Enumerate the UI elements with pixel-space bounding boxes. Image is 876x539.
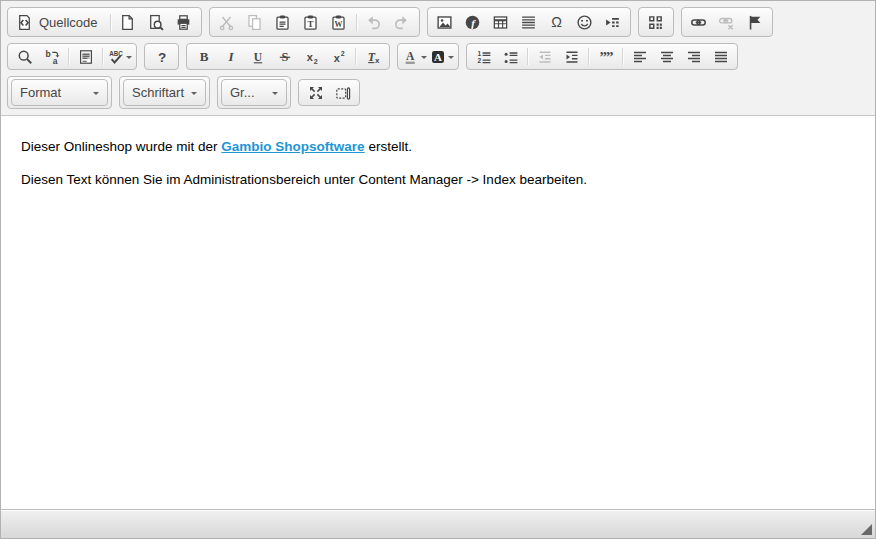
paste-icon: [274, 14, 291, 31]
showblocks-button[interactable]: [329, 82, 356, 103]
svg-text:x: x: [374, 55, 379, 64]
bgcolor-icon: A: [430, 49, 446, 65]
find-icon: [17, 49, 33, 65]
strike-button[interactable]: S: [271, 46, 298, 67]
format-combo[interactable]: Format: [11, 79, 108, 106]
toolbar-group: TW: [209, 7, 420, 37]
toolbar-group: Format: [7, 76, 112, 109]
italic-button[interactable]: I: [217, 46, 244, 67]
textcolor-button[interactable]: A: [401, 46, 428, 67]
subscript-button[interactable]: x2: [298, 46, 325, 67]
toolbar-group: [298, 79, 360, 106]
qrcode-button[interactable]: [642, 10, 670, 34]
selectall-button[interactable]: [72, 46, 99, 67]
find-button[interactable]: [11, 46, 38, 67]
pagebreak-button[interactable]: [599, 10, 627, 34]
copy-button: [241, 10, 269, 34]
svg-text:””: ””: [599, 49, 613, 65]
horizontalrule-icon: [520, 14, 537, 31]
preview-button[interactable]: [142, 10, 170, 34]
alignright-icon: [686, 49, 702, 65]
bulletedlist-icon: [503, 49, 519, 65]
redo-button: [388, 10, 416, 34]
smiley-icon: [576, 14, 593, 31]
print-icon: [175, 14, 192, 31]
paste-button[interactable]: [269, 10, 297, 34]
svg-text:2: 2: [313, 57, 317, 64]
pastetext-button[interactable]: T: [297, 10, 325, 34]
gambio-shopsoftware-link[interactable]: Gambio Shopsoftware: [221, 139, 364, 154]
copy-icon: [246, 14, 263, 31]
image-icon: [436, 14, 453, 31]
bgcolor-button[interactable]: A: [428, 46, 455, 67]
svg-text:2: 2: [477, 57, 481, 64]
maximize-button[interactable]: [302, 82, 329, 103]
scayt-button[interactable]: ABC: [106, 46, 133, 67]
svg-text:x: x: [306, 51, 313, 63]
aligncenter-icon: [659, 49, 675, 65]
toolbar-group: Quellcode: [7, 7, 202, 37]
replace-button[interactable]: ba: [38, 46, 65, 67]
svg-text:?: ?: [157, 49, 165, 64]
underline-button[interactable]: U: [244, 46, 271, 67]
source-icon: [16, 14, 33, 31]
svg-text:W: W: [335, 19, 343, 28]
alignleft-button[interactable]: [626, 46, 653, 67]
superscript-icon: x2: [331, 49, 347, 65]
preview-icon: [147, 14, 164, 31]
editable-content-area[interactable]: Dieser Onlineshop wurde mit der Gambio S…: [1, 116, 875, 509]
toolbar-group: [638, 7, 674, 37]
alignright-button[interactable]: [680, 46, 707, 67]
justify-button[interactable]: [707, 46, 734, 67]
flash-button[interactable]: f: [459, 10, 487, 34]
font-combo[interactable]: Schriftart: [123, 79, 206, 106]
redo-icon: [393, 14, 410, 31]
unlink-icon: [718, 14, 735, 31]
toolbar-group: ?: [144, 43, 179, 70]
strike-icon: S: [277, 49, 293, 65]
svg-text:ABC: ABC: [109, 49, 123, 56]
qrcode-icon: [647, 14, 664, 31]
svg-text:I: I: [227, 49, 234, 64]
specialchar-button[interactable]: Ω: [543, 10, 571, 34]
textcolor-icon: A: [403, 49, 419, 65]
alignleft-icon: [632, 49, 648, 65]
bold-icon: B: [196, 49, 212, 65]
bulletedlist-button[interactable]: [497, 46, 524, 67]
showblocks-icon: [335, 85, 351, 101]
source-button-label: Quellcode: [39, 15, 98, 30]
svg-text:A: A: [434, 51, 442, 63]
help-button[interactable]: ?: [148, 46, 175, 67]
specialchar-icon: Ω: [548, 14, 565, 31]
aligncenter-button[interactable]: [653, 46, 680, 67]
smiley-button[interactable]: [571, 10, 599, 34]
toolbar-separator: [102, 48, 103, 65]
fontsize-combo-label: Gr...: [230, 85, 268, 100]
toolbar-group: AA: [397, 43, 459, 70]
toolbar-row-3: FormatSchriftartGr...: [7, 76, 869, 109]
table-button[interactable]: [487, 10, 515, 34]
table-icon: [492, 14, 509, 31]
bold-button[interactable]: B: [190, 46, 217, 67]
anchor-button[interactable]: [741, 10, 769, 34]
pasteword-button[interactable]: W: [325, 10, 353, 34]
image-button[interactable]: [431, 10, 459, 34]
numberedlist-button[interactable]: 12: [470, 46, 497, 67]
pastetext-icon: T: [302, 14, 319, 31]
newpage-button[interactable]: [114, 10, 142, 34]
horizontalrule-button[interactable]: [515, 10, 543, 34]
superscript-button[interactable]: x2: [325, 46, 352, 67]
link-button[interactable]: [685, 10, 713, 34]
blockquote-button[interactable]: ””: [592, 46, 619, 67]
indent-button[interactable]: [558, 46, 585, 67]
removeformat-button[interactable]: Tx: [359, 46, 386, 67]
svg-text:2: 2: [340, 50, 344, 57]
fontsize-combo[interactable]: Gr...: [221, 79, 287, 106]
print-button[interactable]: [170, 10, 198, 34]
chevron-down-icon: [272, 92, 278, 98]
toolbar-separator: [622, 48, 623, 65]
resize-handle-icon[interactable]: [861, 524, 872, 535]
source-button[interactable]: Quellcode: [11, 10, 107, 34]
toolbar-row-1: QuellcodeTWfΩ: [7, 7, 869, 37]
chevron-down-icon: [93, 92, 99, 98]
